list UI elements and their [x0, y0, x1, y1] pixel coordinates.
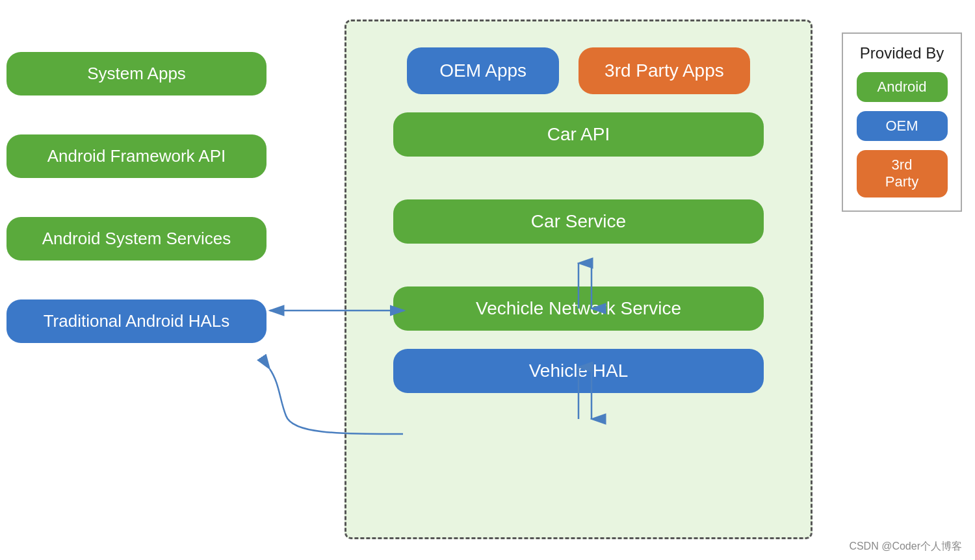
watermark: CSDN @Coder个人博客 [849, 540, 962, 554]
car-service-box: Car Service [393, 199, 764, 244]
android-system-services-box: Android System Services [6, 217, 266, 261]
car-api-box: Car API [393, 112, 764, 157]
android-framework-api-box: Android Framework API [6, 134, 266, 178]
top-apps-row: OEM Apps 3rd Party Apps [372, 47, 785, 94]
main-container: System Apps Android Framework API Androi… [0, 0, 975, 560]
legend-android: Android [857, 72, 948, 102]
legend-title: Provided By [860, 44, 944, 63]
third-party-apps-box: 3rd Party Apps [578, 47, 750, 94]
legend-box: Provided By Android OEM 3rd Party [842, 32, 962, 212]
dashed-container: OEM Apps 3rd Party Apps Car API Car Serv… [344, 19, 812, 539]
vehicle-network-service-box: Vechicle Network Service [393, 286, 764, 331]
vehicle-hal-box: Vehicle HAL [393, 349, 764, 393]
legend-oem: OEM [857, 111, 948, 141]
system-apps-box: System Apps [6, 52, 266, 95]
left-column: System Apps Android Framework API Androi… [6, 52, 266, 343]
traditional-android-hals-box: Traditional Android HALs [6, 299, 266, 343]
oem-apps-box: OEM Apps [407, 47, 559, 94]
legend-third-party: 3rd Party [857, 150, 948, 197]
